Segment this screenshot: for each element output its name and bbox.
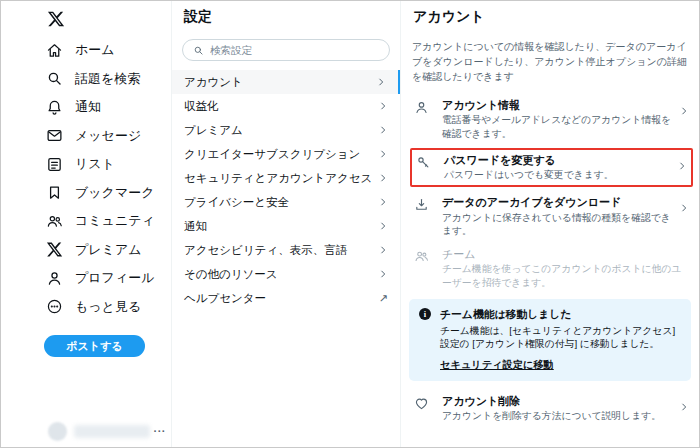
settings-item-monetization[interactable]: 収益化 [172, 94, 400, 118]
bookmark-icon [46, 184, 63, 201]
sidebar-item-home[interactable]: ホーム [46, 36, 171, 65]
account-switcher[interactable]: ··· [48, 422, 166, 441]
download-icon [414, 197, 429, 212]
notice-title: チーム機能は移動しました [440, 307, 679, 321]
external-link-icon: ↗ [379, 293, 388, 304]
account-title: アカウント [401, 8, 699, 26]
sidebar-item-bookmarks[interactable]: ブックマーク [46, 179, 171, 208]
sidebar-item-lists[interactable]: リスト [46, 150, 171, 179]
sidebar-item-label: メッセージ [75, 127, 141, 145]
more-options-icon: ··· [154, 426, 167, 437]
settings-item-help-center[interactable]: ヘルプセンター ↗ [172, 286, 400, 310]
heart-broken-icon [414, 396, 429, 411]
security-settings-link[interactable]: セキュリティ設定に移動 [440, 358, 554, 372]
team-moved-notice: i チーム機能は移動しました チーム機能は、[セキュリティとアカウントアクセス]… [409, 299, 691, 381]
notice-body-text: チーム機能は、[セキュリティとアカウントアクセス] 設定の [アカウント権限の付… [440, 324, 679, 351]
settings-item-notifications[interactable]: 通知 [172, 214, 400, 238]
settings-item-creator-subscriptions[interactable]: クリエイターサブスクリプション [172, 142, 400, 166]
settings-search[interactable] [182, 39, 390, 61]
menu-item-label: プレミアム [184, 123, 243, 138]
row-subtitle: パスワードはいつでも変更できます。 [444, 168, 677, 181]
chevron-right-icon [376, 77, 386, 87]
chevron-right-icon [679, 106, 689, 116]
sidebar-item-messages[interactable]: メッセージ [46, 122, 171, 151]
row-subtitle: アカウントに保存されている情報の種類を確認できます。 [442, 211, 679, 237]
row-subtitle: チーム機能を使ってこのアカウントのポストに他のユーザーを招待できます。 [442, 262, 689, 288]
settings-item-accessibility[interactable]: アクセシビリティ、表示、言語 [172, 238, 400, 262]
chevron-right-icon [679, 203, 689, 213]
settings-item-additional-resources[interactable]: その他のリソース [172, 262, 400, 286]
main-sidebar: ホーム 話題を検索 通知 メッセージ リスト ブックマーク [1, 1, 171, 447]
sidebar-item-label: 通知 [75, 98, 101, 116]
person-icon [46, 270, 63, 287]
deactivate-account-row[interactable]: アカウント削除 アカウントを削除する方法について説明します。 [401, 389, 699, 428]
search-input[interactable] [210, 44, 379, 56]
x-settings-window: ホーム 話題を検索 通知 メッセージ リスト ブックマーク [0, 0, 700, 448]
row-title: チーム [442, 247, 689, 261]
sidebar-item-label: ホーム [75, 41, 115, 59]
teams-row: チーム チーム機能を使ってこのアカウントのポストに他のユーザーを招待できます。 [401, 242, 699, 294]
chevron-right-icon [378, 149, 388, 159]
account-settings-panel: アカウント アカウントについての情報を確認したり、データのアーカイブをダウンロー… [401, 1, 699, 447]
settings-menu-column: 設定 アカウント 収益化 プレミアム クリエイターサブスクリプション セキュリテ… [171, 1, 401, 447]
x-logo-icon [46, 241, 63, 258]
person-icon [414, 100, 429, 115]
row-subtitle: 電話番号やメールアドレスなどのアカウント情報を確認できます。 [442, 113, 679, 139]
sidebar-item-notifications[interactable]: 通知 [46, 93, 171, 122]
envelope-icon [46, 127, 63, 144]
sidebar-item-label: リスト [75, 155, 115, 173]
post-button[interactable]: ポストする [44, 335, 145, 357]
community-icon [46, 213, 63, 230]
settings-item-premium[interactable]: プレミアム [172, 118, 400, 142]
sidebar-item-explore[interactable]: 話題を検索 [46, 65, 171, 94]
row-title: パスワードを変更する [444, 153, 677, 167]
profile-name-redacted [74, 425, 150, 438]
chevron-right-icon [378, 173, 388, 183]
row-title: データのアーカイブをダウンロード [442, 195, 679, 209]
avatar [48, 422, 67, 441]
settings-item-account[interactable]: アカウント [172, 70, 400, 94]
sidebar-item-label: プレミアム [75, 241, 142, 259]
bell-icon [46, 99, 63, 116]
sidebar-item-communities[interactable]: コミュニティ [46, 207, 171, 236]
menu-item-label: その他のリソース [184, 267, 278, 282]
menu-item-label: プライバシーと安全 [184, 195, 289, 210]
sidebar-item-label: 話題を検索 [75, 70, 140, 88]
chevron-right-icon [378, 221, 388, 231]
account-description: アカウントについての情報を確認したり、データのアーカイブをダウンロードしたり、ア… [401, 39, 699, 84]
list-icon [46, 156, 63, 173]
x-logo-icon[interactable] [47, 10, 65, 28]
sidebar-item-profile[interactable]: プロフィール [46, 264, 171, 293]
settings-item-privacy[interactable]: プライバシーと安全 [172, 190, 400, 214]
chevron-right-icon [378, 125, 388, 135]
password-row-highlight: パスワードを変更する パスワードはいつでも変更できます。 [410, 148, 693, 188]
sidebar-item-premium[interactable]: プレミアム [46, 236, 171, 265]
sidebar-item-more[interactable]: もっと見る [46, 293, 171, 322]
menu-item-label: セキュリティとアカウントアクセス [184, 171, 372, 186]
download-archive-row[interactable]: データのアーカイブをダウンロード アカウントに保存されている情報の種類を確認でき… [401, 190, 699, 242]
menu-item-label: ヘルプセンター [184, 291, 266, 306]
chevron-right-icon [679, 402, 689, 412]
menu-item-label: アクセシビリティ、表示、言語 [184, 243, 347, 258]
chevron-right-icon [378, 101, 388, 111]
key-icon [416, 155, 431, 170]
menu-item-label: 収益化 [184, 99, 219, 114]
chevron-right-icon [677, 161, 687, 171]
home-icon [46, 42, 63, 59]
settings-title: 設定 [172, 8, 400, 26]
settings-item-security[interactable]: セキュリティとアカウントアクセス [172, 166, 400, 190]
row-title: アカウント情報 [442, 98, 679, 112]
search-icon [193, 45, 204, 56]
sidebar-item-label: プロフィール [75, 269, 155, 287]
sidebar-item-label: コミュニティ [75, 212, 155, 230]
chevron-right-icon [378, 245, 388, 255]
chevron-right-icon [378, 197, 388, 207]
menu-item-label: クリエイターサブスクリプション [184, 147, 360, 162]
account-information-row[interactable]: アカウント情報 電話番号やメールアドレスなどのアカウント情報を確認できます。 [401, 93, 699, 145]
main-nav: ホーム 話題を検索 通知 メッセージ リスト ブックマーク [46, 36, 171, 321]
change-password-row[interactable]: パスワードを変更する パスワードはいつでも変更できます。 [412, 150, 691, 186]
menu-item-label: 通知 [184, 219, 207, 234]
sidebar-item-label: もっと見る [75, 298, 141, 316]
menu-item-label: アカウント [184, 75, 243, 90]
info-icon: i [419, 308, 431, 320]
